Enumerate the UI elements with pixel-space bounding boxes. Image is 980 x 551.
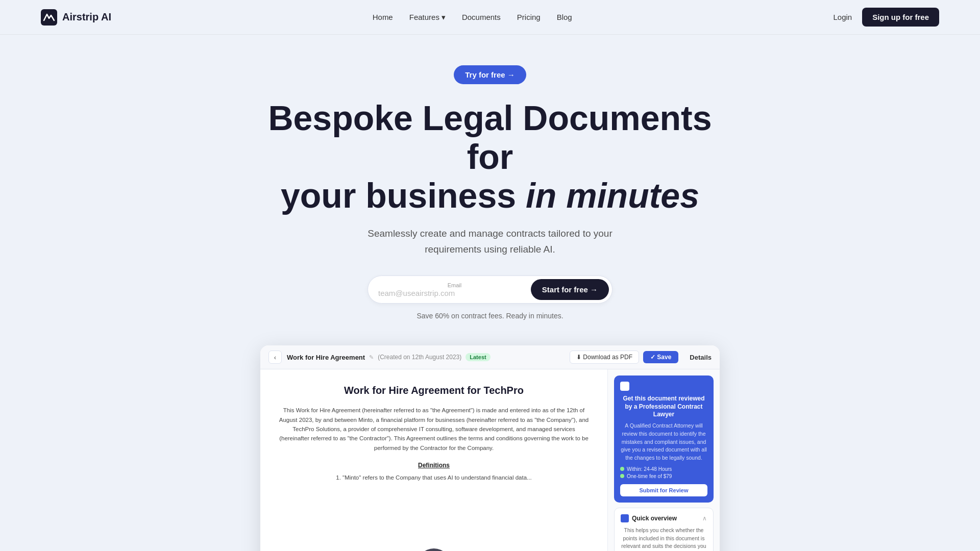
doc-title: Work for Hire Agreement bbox=[287, 354, 365, 361]
email-form: Email Start for free → bbox=[368, 276, 612, 304]
chevron-down-icon: ▾ bbox=[442, 13, 446, 22]
demo-toolbar: ‹ Work for Hire Agreement ✎ (Created on … bbox=[260, 345, 720, 369]
download-pdf-button[interactable]: ⬇ Download as PDF bbox=[570, 350, 639, 364]
qo-title-row: Quick overview bbox=[621, 514, 677, 522]
nav-features[interactable]: Features ▾ bbox=[409, 13, 446, 22]
hero-title-line1: Bespoke Legal Documents for bbox=[268, 98, 712, 176]
try-free-button[interactable]: Try for free → bbox=[454, 65, 526, 84]
details-label: Details bbox=[683, 354, 712, 361]
demo-doc-list-item: 1. "Minto" refers to the Company that us… bbox=[279, 473, 589, 482]
demo-document: Work for Hire Agreement for TechPro This… bbox=[260, 369, 607, 551]
doc-date: (Created on 12th August 2023) bbox=[378, 354, 461, 361]
email-label: Email bbox=[378, 282, 531, 288]
save-text: Save 60% on contract fees. Ready in minu… bbox=[416, 312, 563, 320]
brand-name: Airstrip AI bbox=[62, 11, 111, 23]
hero-subtitle: Seamlessly create and manage contracts t… bbox=[357, 226, 623, 257]
demo-body: Work for Hire Agreement for TechPro This… bbox=[260, 369, 720, 551]
nav-right: Login Sign up for free bbox=[833, 8, 939, 27]
demo-sidebar: Get this document reviewed by a Professi… bbox=[607, 369, 720, 551]
logo[interactable]: Airstrip AI bbox=[41, 9, 111, 26]
edit-icon[interactable]: ✎ bbox=[369, 354, 374, 361]
hero-title-line2: your business bbox=[281, 176, 526, 215]
fee-dot bbox=[620, 474, 624, 478]
hero-title-italic: in minutes bbox=[526, 176, 699, 215]
play-button[interactable] bbox=[416, 548, 452, 551]
login-link[interactable]: Login bbox=[833, 13, 852, 21]
qo-chevron-icon[interactable]: ∧ bbox=[702, 515, 707, 522]
latest-badge: Latest bbox=[465, 353, 490, 361]
review-time: Within: 24-48 Hours bbox=[620, 466, 707, 472]
back-button[interactable]: ‹ bbox=[268, 350, 282, 364]
nav-links: Home Features ▾ Documents Pricing Blog bbox=[373, 13, 572, 22]
doc-title-bar: Work for Hire Agreement ✎ (Created on 12… bbox=[287, 353, 565, 361]
email-form-inner: Email bbox=[378, 282, 531, 297]
qo-title: Quick overview bbox=[632, 515, 677, 522]
save-doc-button[interactable]: ✓ Save bbox=[643, 351, 678, 363]
review-card-title: Get this document reviewed by a Professi… bbox=[620, 395, 707, 419]
back-icon: ‹ bbox=[274, 354, 276, 361]
qo-icon bbox=[621, 514, 629, 522]
review-fee: One-time fee of $79 bbox=[620, 473, 707, 479]
demo-window: ‹ Work for Hire Agreement ✎ (Created on … bbox=[260, 345, 720, 551]
time-dot bbox=[620, 467, 624, 471]
qo-desc: This helps you check whether the points … bbox=[621, 527, 707, 551]
submit-review-button[interactable]: Submit for Review bbox=[620, 484, 707, 496]
email-input[interactable] bbox=[378, 289, 531, 297]
quick-overview-card: Quick overview ∧ This helps you check wh… bbox=[614, 508, 714, 551]
hero-section: Try for free → Bespoke Legal Documents f… bbox=[0, 35, 980, 551]
nav-home[interactable]: Home bbox=[373, 13, 393, 21]
review-meta: Within: 24-48 Hours One-time fee of $79 bbox=[620, 466, 707, 479]
logo-icon bbox=[41, 9, 57, 26]
review-card: Get this document reviewed by a Professi… bbox=[614, 375, 714, 503]
demo-doc-section: Definitions bbox=[279, 462, 589, 469]
demo-doc-paragraph: This Work for Hire Agreement (hereinafte… bbox=[279, 406, 589, 453]
toolbar-actions: ⬇ Download as PDF ✓ Save bbox=[570, 350, 678, 364]
signup-button[interactable]: Sign up for free bbox=[862, 8, 939, 27]
demo-doc-title: Work for Hire Agreement for TechPro bbox=[279, 385, 589, 396]
qo-header: Quick overview ∧ bbox=[621, 514, 707, 522]
review-card-desc: A Qualified Contract Attorney will revie… bbox=[620, 422, 707, 462]
review-card-icon bbox=[620, 382, 629, 391]
nav-pricing[interactable]: Pricing bbox=[517, 13, 541, 21]
nav-blog[interactable]: Blog bbox=[557, 13, 572, 21]
nav-documents[interactable]: Documents bbox=[462, 13, 501, 21]
start-free-button[interactable]: Start for free → bbox=[531, 279, 609, 300]
navbar: Airstrip AI Home Features ▾ Documents Pr… bbox=[0, 0, 980, 35]
hero-title: Bespoke Legal Documents for your busines… bbox=[260, 98, 720, 215]
